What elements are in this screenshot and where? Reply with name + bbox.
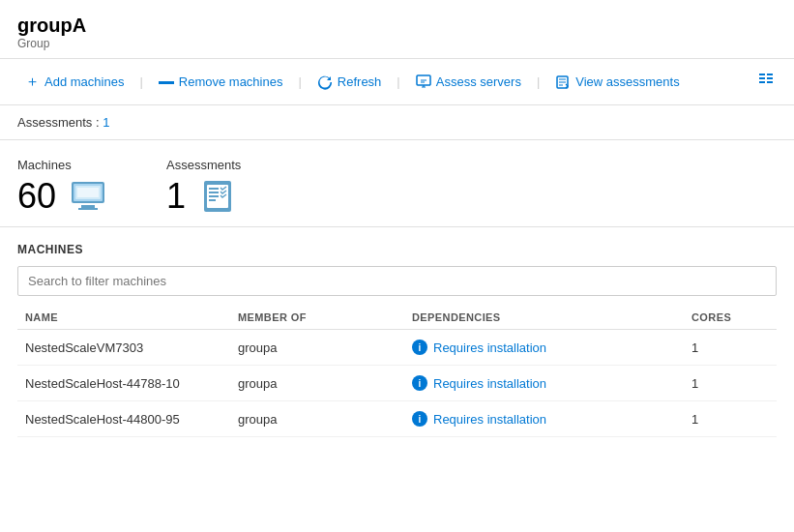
- cell-dependencies: i Requires installation: [412, 375, 691, 391]
- separator-2: |: [298, 74, 301, 89]
- col-name: NAME: [25, 311, 238, 323]
- svg-rect-11: [78, 208, 98, 210]
- cell-member-of: groupa: [238, 412, 412, 427]
- info-icon: i: [412, 340, 427, 355]
- cell-cores: 1: [691, 376, 769, 391]
- view-assessments-button[interactable]: View assessments: [547, 71, 687, 94]
- table-row[interactable]: NestedScaleVM7303 groupa i Requires inst…: [17, 330, 777, 366]
- machines-count: 60: [17, 179, 56, 214]
- cell-name: NestedScaleHost-44800-95: [25, 412, 238, 427]
- cell-dependencies: i Requires installation: [412, 340, 691, 355]
- cell-name: NestedScaleHost-44788-10: [25, 376, 238, 391]
- col-cores: CORES: [691, 311, 769, 323]
- assess-servers-button[interactable]: Assess servers: [408, 71, 529, 94]
- search-input[interactable]: [17, 266, 777, 296]
- machines-label: Machines: [17, 158, 108, 172]
- svg-rect-5: [759, 81, 765, 83]
- cell-cores: 1: [691, 412, 769, 427]
- dep-label: Requires installation: [433, 340, 546, 355]
- dep-label: Requires installation: [433, 376, 546, 391]
- page-subtitle: Group: [17, 37, 777, 50]
- add-icon: ＋: [25, 73, 40, 91]
- svg-rect-10: [81, 205, 95, 208]
- separator-3: |: [397, 74, 399, 89]
- table-row[interactable]: NestedScaleHost-44788-10 groupa i Requir…: [17, 366, 777, 401]
- col-member-of: MEMBER OF: [238, 311, 412, 323]
- machines-stat: Machines 60: [17, 158, 108, 217]
- monitor-icon: [68, 176, 108, 217]
- info-icon: i: [412, 411, 427, 427]
- svg-rect-4: [759, 77, 765, 79]
- assessments-bar: Assessments : 1: [0, 105, 794, 140]
- add-machines-button[interactable]: ＋ Add machines: [17, 69, 132, 95]
- cell-name: NestedScaleVM7303: [25, 340, 238, 355]
- separator-1: |: [139, 74, 142, 89]
- toolbar-grid-icon[interactable]: [757, 71, 777, 93]
- assessments-stat: Assessments 1: [166, 158, 241, 217]
- stats-section: Machines 60 Assessments 1: [0, 140, 794, 227]
- cell-dependencies: i Requires installation: [412, 411, 691, 427]
- cell-cores: 1: [691, 340, 769, 355]
- toolbar: ＋ Add machines | Remove machines | Refre…: [0, 59, 794, 105]
- svg-rect-20: [209, 199, 216, 201]
- cell-member-of: groupa: [238, 376, 412, 391]
- svg-rect-6: [767, 74, 773, 75]
- col-dependencies: DEPENDENCIES: [412, 311, 691, 323]
- cell-member-of: groupa: [238, 340, 412, 355]
- svg-rect-3: [759, 74, 765, 75]
- assessments-value-row: 1: [166, 176, 241, 217]
- assessments-stat-label: Assessments: [166, 158, 241, 172]
- machines-value-row: 60: [17, 176, 108, 217]
- machines-section: MACHINES NAME MEMBER OF DEPENDENCIES COR…: [0, 227, 794, 453]
- svg-rect-19: [209, 195, 219, 197]
- refresh-button[interactable]: Refresh: [309, 71, 390, 94]
- svg-rect-8: [767, 81, 773, 83]
- svg-rect-0: [159, 81, 174, 84]
- assessments-count-link[interactable]: 1: [103, 115, 109, 130]
- assess-icon: [416, 74, 431, 90]
- svg-rect-14: [77, 188, 99, 197]
- remove-machines-button[interactable]: Remove machines: [151, 71, 291, 93]
- machines-section-title: MACHINES: [17, 243, 777, 256]
- checklist-icon: [197, 176, 238, 217]
- separator-4: |: [537, 74, 540, 89]
- svg-rect-17: [209, 188, 219, 190]
- table-header: NAME MEMBER OF DEPENDENCIES CORES: [17, 306, 777, 330]
- svg-rect-7: [767, 77, 773, 79]
- remove-icon: [159, 80, 174, 84]
- table-row[interactable]: NestedScaleHost-44800-95 groupa i Requir…: [17, 401, 777, 437]
- refresh-icon: [317, 74, 333, 90]
- assessments-count: 1: [166, 179, 186, 214]
- dep-label: Requires installation: [433, 412, 546, 427]
- page-header: groupA Group: [0, 0, 794, 59]
- svg-rect-18: [209, 192, 219, 193]
- info-icon: i: [412, 375, 427, 391]
- view-icon: [555, 74, 571, 90]
- table-body: NestedScaleVM7303 groupa i Requires inst…: [17, 330, 777, 437]
- page-title: groupA: [17, 14, 777, 37]
